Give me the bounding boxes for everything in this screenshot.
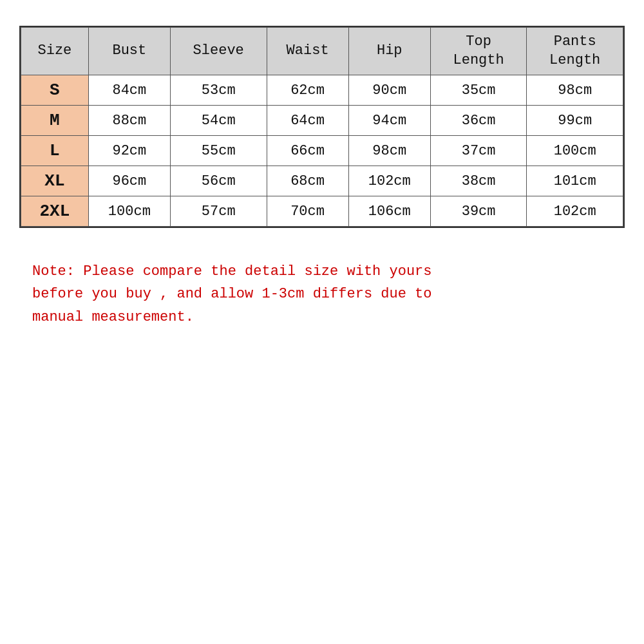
note-text: Note: Please compare the detail size wit… xyxy=(32,260,612,328)
cell-waist-3: 68cm xyxy=(267,166,348,196)
cell-bust-3: 96cm xyxy=(88,166,170,196)
header-waist: Waist xyxy=(267,28,348,75)
cell-hip-4: 106cm xyxy=(348,196,430,227)
cell-bust-2: 92cm xyxy=(88,136,170,166)
header-hip: Hip xyxy=(348,28,430,75)
cell-bust-0: 84cm xyxy=(88,75,170,106)
cell-pants_length-1: 99cm xyxy=(527,106,623,136)
cell-size-4: 2XL xyxy=(21,196,89,227)
table-row: L92cm55cm66cm98cm37cm100cm xyxy=(21,136,623,166)
note-section: Note: Please compare the detail size wit… xyxy=(19,260,625,328)
table-row: S84cm53cm62cm90cm35cm98cm xyxy=(21,75,623,106)
cell-size-3: XL xyxy=(21,166,89,196)
cell-sleeve-2: 55cm xyxy=(170,136,267,166)
header-size: Size xyxy=(21,28,89,75)
cell-top_length-4: 39cm xyxy=(430,196,527,227)
table-row: M88cm54cm64cm94cm36cm99cm xyxy=(21,106,623,136)
cell-hip-1: 94cm xyxy=(348,106,430,136)
table-body: S84cm53cm62cm90cm35cm98cmM88cm54cm64cm94… xyxy=(21,75,623,227)
cell-waist-0: 62cm xyxy=(267,75,348,106)
note-line3: manual measurement. xyxy=(32,309,194,325)
cell-bust-1: 88cm xyxy=(88,106,170,136)
header-top-length: TopLength xyxy=(430,28,527,75)
table-row: XL96cm56cm68cm102cm38cm101cm xyxy=(21,166,623,196)
cell-bust-4: 100cm xyxy=(88,196,170,227)
cell-pants_length-3: 101cm xyxy=(527,166,623,196)
cell-size-2: L xyxy=(21,136,89,166)
size-table-container: Size Bust Sleeve Waist Hip TopLength Pan… xyxy=(19,26,625,228)
note-line1: Note: Please compare the detail size wit… xyxy=(32,263,432,279)
cell-sleeve-4: 57cm xyxy=(170,196,267,227)
cell-top_length-0: 35cm xyxy=(430,75,527,106)
note-line2: before you buy , and allow 1-3cm differs… xyxy=(32,286,432,302)
header-pants-length: PantsLength xyxy=(527,28,623,75)
cell-waist-4: 70cm xyxy=(267,196,348,227)
cell-sleeve-1: 54cm xyxy=(170,106,267,136)
header-bust: Bust xyxy=(88,28,170,75)
table-header-row: Size Bust Sleeve Waist Hip TopLength Pan… xyxy=(21,28,623,75)
cell-top_length-2: 37cm xyxy=(430,136,527,166)
cell-pants_length-0: 98cm xyxy=(527,75,623,106)
cell-size-1: M xyxy=(21,106,89,136)
header-sleeve: Sleeve xyxy=(170,28,267,75)
cell-pants_length-2: 100cm xyxy=(527,136,623,166)
cell-sleeve-3: 56cm xyxy=(170,166,267,196)
size-table: Size Bust Sleeve Waist Hip TopLength Pan… xyxy=(21,27,623,227)
cell-top_length-3: 38cm xyxy=(430,166,527,196)
table-row: 2XL100cm57cm70cm106cm39cm102cm xyxy=(21,196,623,227)
cell-waist-2: 66cm xyxy=(267,136,348,166)
cell-hip-2: 98cm xyxy=(348,136,430,166)
cell-hip-3: 102cm xyxy=(348,166,430,196)
cell-top_length-1: 36cm xyxy=(430,106,527,136)
cell-size-0: S xyxy=(21,75,89,106)
cell-pants_length-4: 102cm xyxy=(527,196,623,227)
cell-hip-0: 90cm xyxy=(348,75,430,106)
cell-waist-1: 64cm xyxy=(267,106,348,136)
cell-sleeve-0: 53cm xyxy=(170,75,267,106)
